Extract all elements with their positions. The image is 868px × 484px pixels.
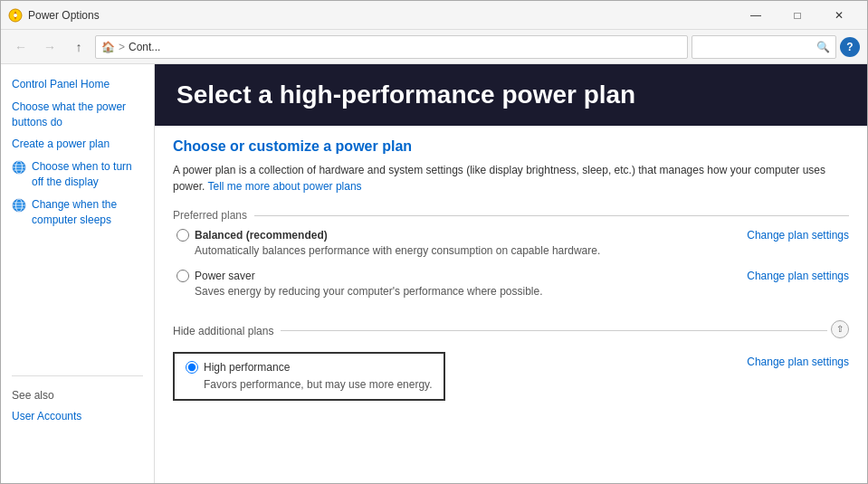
window-controls: — □ ✕ (735, 1, 860, 30)
search-box: 🔍 (692, 35, 836, 59)
content-area: Select a high-performance power plan Cho… (155, 64, 867, 483)
high-perf-inner: High performance (186, 361, 433, 374)
sidebar-item-user-accounts[interactable]: User Accounts (1, 405, 154, 428)
svg-point-1 (14, 14, 17, 17)
back-button[interactable]: ← (8, 35, 33, 59)
help-button[interactable]: ? (840, 37, 860, 57)
plan-high-perf-name: High performance (204, 361, 290, 374)
main-content: Control Panel Home Choose what the power… (1, 64, 867, 483)
plan-balanced-radio[interactable] (176, 229, 189, 242)
plan-power-saver-header: Power saver Change plan settings (176, 270, 849, 282)
plan-balanced-desc: Automatically balances performance with … (195, 243, 849, 259)
sidebar-item-turn-off-display[interactable]: Choose when to turn off the display (1, 156, 154, 194)
sidebar-item-sleeps-label: Change when the computer sleeps (32, 197, 143, 228)
hide-additional-label: Hide additional plans (173, 325, 827, 337)
plan-power-saver-desc: Saves energy by reducing your computer's… (195, 284, 849, 299)
plan-power-saver-label[interactable]: Power saver (176, 270, 255, 282)
minimize-button[interactable]: — (735, 1, 777, 30)
breadcrumb-item: Cont... (129, 41, 160, 53)
search-input[interactable] (698, 41, 816, 53)
up-button[interactable]: ↑ (66, 35, 91, 59)
plan-power-saver-radio[interactable] (176, 270, 189, 282)
sidebar-item-power-buttons[interactable]: Choose what the power buttons do (1, 96, 154, 134)
collapse-button[interactable]: ⇧ (831, 320, 849, 338)
plan-high-perf-radio[interactable] (186, 361, 198, 374)
page-title: Choose or customize a power plan (173, 138, 849, 155)
sidebar-divider (12, 375, 143, 376)
breadcrumb[interactable]: 🏠 > Cont... (95, 35, 688, 59)
high-performance-box: High performance Favors performance, but… (173, 352, 445, 402)
page-description: A power plan is a collection of hardware… (173, 162, 849, 195)
plan-balanced-label[interactable]: Balanced (recommended) (176, 229, 328, 242)
close-button[interactable]: ✕ (818, 1, 860, 30)
plan-power-saver-change-link[interactable]: Change plan settings (747, 270, 849, 282)
app-icon (8, 8, 23, 23)
description-link[interactable]: Tell me more about power plans (207, 180, 361, 193)
plan-item-balanced: Balanced (recommended) Change plan setti… (173, 229, 849, 259)
sidebar-item-create-plan[interactable]: Create a power plan (1, 133, 154, 156)
sidebar: Control Panel Home Choose what the power… (1, 64, 155, 483)
sidebar-item-turn-off-label: Choose when to turn off the display (32, 159, 143, 190)
search-icon: 🔍 (816, 41, 830, 53)
plan-balanced-name: Balanced (recommended) (195, 229, 328, 242)
plan-high-perf-change-link[interactable]: Change plan settings (747, 356, 849, 368)
plan-power-saver-name: Power saver (195, 270, 255, 282)
plan-item-power-saver: Power saver Change plan settings Saves e… (173, 270, 849, 299)
globe-icon-1 (12, 160, 26, 175)
globe-icon-2 (12, 198, 26, 213)
plan-balanced-change-link[interactable]: Change plan settings (747, 229, 849, 242)
plan-high-perf-desc: Favors performance, but may use more ene… (204, 377, 433, 393)
sidebar-item-control-panel-home[interactable]: Control Panel Home (1, 73, 154, 96)
plan-balanced-header: Balanced (recommended) Change plan setti… (176, 229, 849, 242)
preferred-plans-label: Preferred plans (173, 209, 849, 222)
see-also-label: See also (1, 384, 154, 405)
forward-button[interactable]: → (37, 35, 62, 59)
title-bar: Power Options — □ ✕ (1, 1, 867, 30)
main-window: Power Options — □ ✕ ← → ↑ 🏠 > Cont... 🔍 … (0, 0, 868, 484)
address-bar: ← → ↑ 🏠 > Cont... 🔍 ? (1, 30, 867, 64)
overlay-banner: Select a high-performance power plan (155, 64, 867, 126)
maximize-button[interactable]: □ (777, 1, 818, 30)
window-title: Power Options (28, 9, 735, 22)
breadcrumb-home: 🏠 (101, 41, 115, 53)
sidebar-item-computer-sleeps[interactable]: Change when the computer sleeps (1, 194, 154, 232)
additional-plans-row: High performance Favors performance, but… (173, 352, 849, 402)
